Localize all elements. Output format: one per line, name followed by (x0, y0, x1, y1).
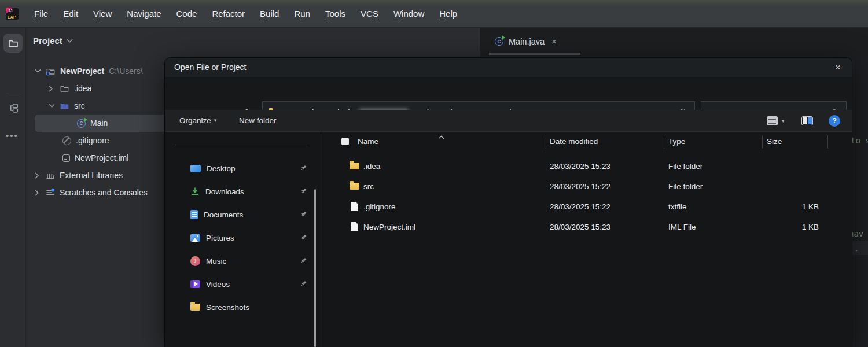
menu-run[interactable]: Run (286, 0, 318, 28)
menu-build[interactable]: Build (252, 0, 286, 28)
file-name: src (363, 176, 374, 197)
sidebar-scrollbar[interactable] (314, 189, 316, 347)
chevron-down-icon[interactable] (35, 69, 42, 73)
tree-item-label: .gitignore (76, 136, 109, 145)
file-row-gitignore[interactable]: .gitignore 28/03/2025 15:22 txtfile 1 KB (322, 197, 852, 217)
chevron-down-icon[interactable]: ▾ (782, 118, 785, 124)
structure-icon (8, 103, 19, 113)
structure-tool-button[interactable] (3, 98, 23, 117)
pin-icon[interactable] (299, 280, 307, 288)
source-folder-icon (60, 101, 69, 110)
editor-code-fragment: to s (851, 136, 868, 145)
new-folder-button[interactable]: New folder (239, 110, 277, 131)
sidebar-item-label: Documents (204, 211, 243, 219)
column-header-size[interactable]: Size (767, 132, 782, 152)
file-type: txtfile (668, 197, 687, 217)
menu-navigate[interactable]: Navigate (119, 0, 168, 28)
pin-icon[interactable] (299, 257, 307, 265)
column-header-type[interactable]: Type (668, 132, 685, 152)
select-all-checkbox[interactable] (341, 138, 349, 145)
project-panel-title: Project (33, 36, 62, 46)
sidebar-item-music[interactable]: ♪ Music (165, 250, 314, 271)
menu-tools[interactable]: Tools (318, 0, 353, 28)
music-icon: ♪ (190, 256, 200, 266)
chevron-down-icon[interactable] (49, 104, 56, 108)
dialog-title-bar[interactable]: Open File or Project × (165, 58, 852, 77)
column-separator[interactable] (827, 135, 828, 149)
editor-code-fragment: . (854, 243, 859, 253)
tree-item-label: src (74, 101, 85, 110)
file-icon (351, 222, 358, 231)
column-separator[interactable] (762, 135, 763, 149)
help-button[interactable]: ? (829, 115, 840, 127)
chevron-down-icon: ▾ (214, 110, 217, 131)
column-separator[interactable] (664, 135, 664, 149)
menu-view[interactable]: View (86, 0, 119, 28)
column-header-name[interactable]: Name (358, 132, 378, 152)
pin-icon[interactable] (299, 211, 307, 219)
menu-vcs[interactable]: VCS (353, 0, 386, 28)
chevron-right-icon[interactable] (35, 190, 42, 196)
column-separator[interactable] (546, 135, 546, 149)
menu-file[interactable]: File (27, 0, 56, 28)
downloads-icon (190, 187, 200, 196)
organize-button[interactable]: Organize ▾ (179, 110, 216, 131)
details-view-icon[interactable] (767, 116, 778, 125)
column-header-date[interactable]: Date modified (550, 132, 598, 152)
tab-label: Main.java (509, 37, 545, 46)
tab-close-icon[interactable]: × (551, 36, 557, 46)
file-row-src[interactable]: src 28/03/2025 15:22 File folder (322, 176, 852, 197)
dialog-content: Desktop Downloads Documents Pictures ♪ M… (165, 132, 852, 347)
sidebar-item-pictures[interactable]: Pictures (165, 227, 314, 248)
pictures-icon (190, 234, 200, 242)
sidebar-item-documents[interactable]: Documents (165, 204, 314, 225)
tool-window-strip: ••• (0, 28, 26, 347)
folder-icon (350, 183, 359, 190)
project-tool-button[interactable] (3, 34, 23, 53)
sidebar-item-screenshots[interactable]: Screenshots (165, 297, 314, 318)
sidebar-item-label: Downloads (205, 187, 244, 196)
open-file-dialog: Open File or Project × ← → ↑ › Search Re… (165, 58, 852, 347)
file-size: 1 KB (774, 197, 819, 217)
chevron-right-icon[interactable] (49, 86, 56, 92)
pin-icon[interactable] (299, 234, 307, 242)
more-tool-windows-button[interactable]: ••• (6, 131, 19, 141)
sort-ascending-icon (438, 132, 444, 141)
tab-main-java[interactable]: C Main.java × (489, 28, 562, 55)
tree-item-label: External Libraries (60, 171, 123, 180)
iml-file-icon (62, 154, 70, 162)
menu-edit[interactable]: Edit (56, 0, 86, 28)
sidebar-item-label: Music (206, 257, 226, 265)
chevron-right-icon[interactable] (35, 172, 42, 179)
file-row-newproject-iml[interactable]: NewProject.iml 28/03/2025 15:23 IML File… (322, 217, 852, 237)
pin-icon[interactable] (299, 187, 307, 195)
sidebar-item-label: Videos (206, 280, 230, 289)
scratches-icon (46, 188, 55, 197)
sidebar-item-downloads[interactable]: Downloads (165, 181, 314, 202)
tree-item-label: Main (90, 119, 108, 128)
menu-window[interactable]: Window (386, 0, 432, 28)
folder-icon (350, 163, 359, 169)
menu-help[interactable]: Help (432, 0, 465, 28)
preview-pane-icon[interactable] (801, 116, 813, 125)
folder-icon (60, 84, 69, 93)
sidebar-item-desktop[interactable]: Desktop (165, 158, 314, 179)
pin-icon[interactable] (299, 164, 307, 172)
file-name: .idea (363, 156, 380, 176)
menu-code[interactable]: Code (169, 0, 205, 28)
dialog-close-icon[interactable]: × (831, 61, 845, 75)
menu-refactor[interactable]: Refactor (204, 0, 252, 28)
sidebar-item-videos[interactable]: Videos (165, 274, 314, 294)
project-panel-header[interactable]: Project (33, 36, 73, 46)
file-list-header: Name Date modified Type Size (322, 132, 852, 152)
file-date: 28/03/2025 15:22 (550, 176, 610, 197)
strip-divider (6, 93, 20, 93)
dialog-toolbar: Organize ▾ New folder ▾ ? (165, 110, 852, 132)
file-name: NewProject.iml (363, 217, 415, 237)
file-type: File folder (668, 176, 703, 197)
file-row-idea[interactable]: .idea 28/03/2025 15:23 File folder (322, 156, 852, 176)
desktop-icon (190, 165, 201, 172)
documents-icon (190, 210, 198, 219)
videos-icon (190, 280, 200, 288)
sidebar-item-label: Pictures (206, 234, 234, 242)
